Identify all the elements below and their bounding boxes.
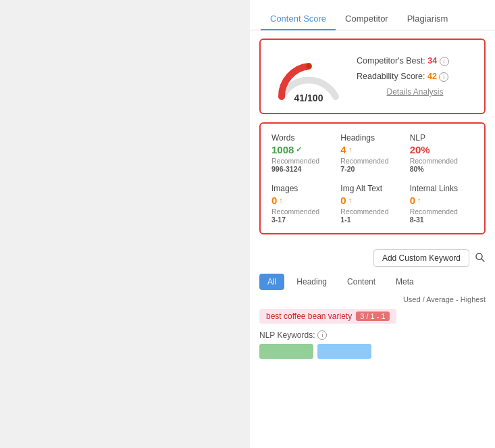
readability-row: Readability Score: 42 i <box>357 72 473 82</box>
nlp-label: NLP Keywords: i <box>259 330 486 340</box>
stats-card: Words 1008 ✓ Recommended 996-3124 Headin… <box>259 122 486 234</box>
stat-img-alt-label: Img Alt Text <box>340 184 404 193</box>
tab-competitor[interactable]: Competitor <box>336 8 398 30</box>
stat-headings-value: 4 ↑ <box>340 144 404 155</box>
search-icon-button[interactable] <box>475 252 486 265</box>
stat-words-label: Words <box>271 133 335 143</box>
nlp-tags <box>259 344 486 359</box>
stat-headings: Headings 4 ↑ Recommended 7-20 <box>340 133 404 173</box>
stat-words-recommended: Recommended 996-3124 <box>271 157 335 173</box>
words-check-icon: ✓ <box>296 145 302 154</box>
add-custom-keyword-button[interactable]: Add Custom Keyword <box>373 249 469 267</box>
headings-arrow-icon: ↑ <box>348 146 353 153</box>
nlp-tag-1 <box>259 344 313 359</box>
filter-tab-content[interactable]: Content <box>339 274 384 290</box>
score-details: Competitor's Best: 34 i Readability Scor… <box>346 56 473 97</box>
stat-internal-links-label: Internal Links <box>410 184 473 193</box>
search-icon <box>475 252 486 263</box>
details-analysis-link[interactable]: Details Analysis <box>357 87 473 97</box>
gauge: 41/100 <box>271 49 346 103</box>
svg-line-2 <box>481 259 484 262</box>
img-alt-arrow-icon: ↑ <box>348 197 353 204</box>
tabs-bar: Content Score Competitor Plagiarism <box>250 0 495 30</box>
right-panel: Content Score Competitor Plagiarism 41/1… <box>250 0 495 448</box>
stat-words-value: 1008 ✓ <box>271 144 335 155</box>
competitor-best-row: Competitor's Best: 34 i <box>357 56 473 66</box>
filter-tab-all[interactable]: All <box>259 274 284 290</box>
stat-internal-links-value: 0 ↑ <box>410 195 473 206</box>
nlp-info-icon[interactable]: i <box>317 330 327 340</box>
stat-img-alt: Img Alt Text 0 ↑ Recommended 1-1 <box>340 184 404 224</box>
stats-grid: Words 1008 ✓ Recommended 996-3124 Headin… <box>271 133 473 224</box>
filter-tabs: All Heading Content Meta <box>259 274 486 290</box>
internal-links-arrow-icon: ↑ <box>417 197 421 204</box>
score-card: 41/100 Competitor's Best: 34 i Readabili… <box>259 39 486 114</box>
stat-img-alt-value: 0 ↑ <box>340 195 404 206</box>
keyword-section: Add Custom Keyword All Heading Content M… <box>250 243 495 366</box>
stat-images-recommended: Recommended 3-17 <box>271 207 335 224</box>
stat-nlp: NLP 20% Recommended 80% <box>410 133 473 173</box>
tab-plagiarism[interactable]: Plagiarism <box>398 8 458 30</box>
nlp-tag-2 <box>317 344 371 359</box>
competitor-best-value: 34 <box>427 56 437 66</box>
left-panel <box>0 0 250 448</box>
stat-words: Words 1008 ✓ Recommended 996-3124 <box>271 133 335 173</box>
stat-images: Images 0 ↑ Recommended 3-17 <box>271 184 335 224</box>
stat-images-label: Images <box>271 184 335 193</box>
stat-images-value: 0 ↑ <box>271 195 335 206</box>
stat-internal-links-recommended: Recommended 8-31 <box>410 207 473 224</box>
stat-headings-label: Headings <box>340 133 404 143</box>
filter-tab-heading[interactable]: Heading <box>288 274 335 290</box>
keyword-tag-count: 3 / 1 - 1 <box>356 312 389 321</box>
stat-headings-recommended: Recommended 7-20 <box>340 157 404 173</box>
svg-point-0 <box>306 64 311 69</box>
images-arrow-icon: ↑ <box>279 197 283 204</box>
gauge-score: 41/100 <box>294 93 323 103</box>
tab-content-score[interactable]: Content Score <box>261 8 336 30</box>
keyword-toolbar: Add Custom Keyword <box>259 249 486 267</box>
filter-tab-meta[interactable]: Meta <box>388 274 422 290</box>
stat-nlp-value: 20% <box>410 144 473 155</box>
competitor-info-icon[interactable]: i <box>440 57 449 66</box>
used-average-label: Used / Average - Highest <box>259 295 486 303</box>
keyword-tag-text: best coffee bean variety <box>266 312 352 321</box>
stat-nlp-label: NLP <box>410 133 473 143</box>
keyword-tag: best coffee bean variety 3 / 1 - 1 <box>259 309 396 324</box>
readability-value: 42 <box>427 72 437 81</box>
stat-internal-links: Internal Links 0 ↑ Recommended 8-31 <box>410 184 473 224</box>
stat-img-alt-recommended: Recommended 1-1 <box>340 207 404 224</box>
readability-info-icon[interactable]: i <box>439 72 448 82</box>
stat-nlp-recommended: Recommended 80% <box>410 157 473 173</box>
